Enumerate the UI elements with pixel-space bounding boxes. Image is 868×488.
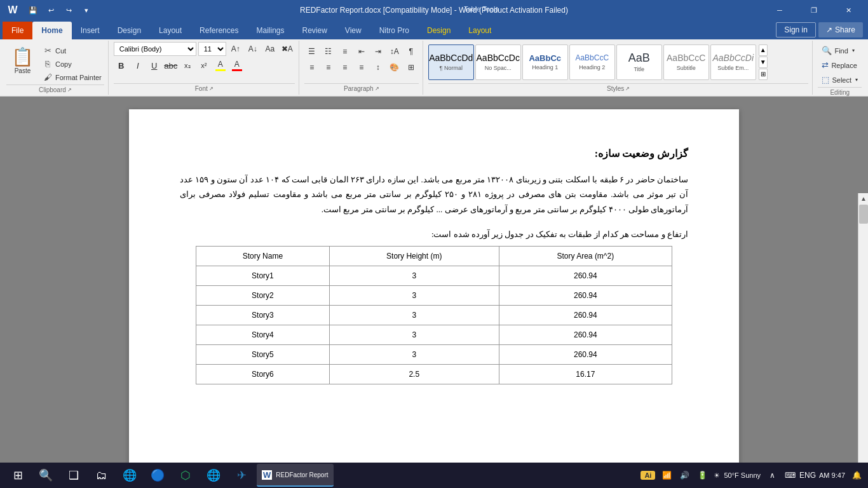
change-case-btn[interactable]: Aa [262, 42, 278, 56]
tab-references[interactable]: References [191, 22, 247, 39]
tab-design2[interactable]: Design [418, 22, 459, 39]
bold-button[interactable]: B [114, 58, 129, 73]
tab-home[interactable]: Home [32, 22, 71, 39]
font-name-select[interactable]: Calibri (Body) [114, 42, 196, 56]
decrease-font-btn[interactable]: A↓ [245, 42, 261, 56]
share-button[interactable]: ↗ Share [818, 22, 863, 37]
italic-button[interactable]: I [130, 58, 146, 73]
table-cell-5-2: 16.17 [499, 365, 672, 384]
close-btn[interactable]: ✕ [834, 0, 863, 20]
restore-btn[interactable]: ❐ [799, 0, 829, 20]
style-no-spacing[interactable]: AaBbCcDc No Spac... [475, 44, 521, 80]
share-icon: ↗ [826, 25, 832, 34]
font-color-btn[interactable]: A [229, 58, 245, 73]
chrome-btn[interactable]: 🌐 [201, 464, 226, 487]
file-explorer-btn[interactable]: 🗂 [89, 464, 114, 487]
show-paragraph-btn[interactable]: ¶ [403, 44, 419, 58]
style-heading1[interactable]: AaBbCc Heading 1 [522, 44, 568, 80]
document-paragraph[interactable]: ساختمان حاضر در ۶ طبقه با اسکلت بتنی و ز… [180, 172, 688, 217]
sound-icon[interactable]: 🔊 [678, 469, 691, 482]
tab-insert[interactable]: Insert [72, 22, 109, 39]
format-painter-button[interactable]: 🖌 Format Painter [40, 71, 104, 83]
tab-design[interactable]: Design [109, 22, 150, 39]
styles-expand[interactable]: ⊞ [759, 69, 768, 80]
style-normal[interactable]: AaBbCcDd ¶ Normal [428, 44, 474, 80]
increase-indent-btn[interactable]: ⇥ [370, 44, 386, 58]
customize-btn[interactable]: ▾ [79, 3, 94, 18]
increase-font-btn[interactable]: A↑ [228, 42, 243, 56]
undo-btn[interactable]: ↩ [43, 3, 58, 18]
line-spacing-btn[interactable]: ↕ [370, 60, 386, 74]
notification-icon[interactable]: 🔔 [850, 469, 863, 482]
styles-scroll-down[interactable]: ▼ [759, 57, 768, 68]
word-taskbar-btn[interactable]: W REDFactor Report [257, 464, 334, 487]
bullets-btn[interactable]: ☰ [304, 44, 320, 58]
task-view-btn[interactable]: ❑ [61, 464, 86, 487]
system-clock[interactable]: AM 9:47 [819, 471, 845, 480]
style-subtitle[interactable]: AaBbCcC Subtitle [663, 44, 709, 80]
clipboard-expand-icon[interactable]: ↗ [67, 87, 72, 93]
table-cell-3-0: Story4 [196, 325, 330, 345]
find-button[interactable]: 🔍 Find ▾ [818, 44, 862, 57]
edge-btn[interactable]: 🌐 [117, 464, 142, 487]
styles-scroll-up[interactable]: ▲ [759, 44, 768, 56]
tab-layout[interactable]: Layout [150, 22, 191, 39]
chevron-up-icon[interactable]: ∧ [766, 469, 778, 482]
style-heading2[interactable]: AaBbCcC Heading 2 [569, 44, 615, 80]
borders-btn[interactable]: ⊞ [403, 60, 419, 74]
save-btn[interactable]: 💾 [25, 3, 41, 18]
replace-button[interactable]: ⇄ Replace [818, 59, 862, 71]
telegram-btn[interactable]: ✈ [229, 464, 254, 487]
tab-review[interactable]: Review [293, 22, 336, 39]
document-area[interactable]: گزارش وضعیت سازه: ساختمان حاضر در ۶ طبقه… [0, 97, 868, 469]
align-center-btn[interactable]: ≡ [321, 60, 336, 74]
align-left-btn[interactable]: ≡ [304, 60, 320, 74]
select-button[interactable]: ⬚ Select ▾ [818, 74, 862, 86]
font-expand-icon[interactable]: ↗ [209, 86, 214, 92]
clear-format-btn[interactable]: ✖A [280, 42, 295, 56]
decrease-indent-btn[interactable]: ⇤ [354, 44, 369, 58]
superscript-button[interactable]: x² [196, 58, 212, 73]
shading-btn[interactable]: 🎨 [387, 60, 402, 74]
cut-button[interactable]: ✂ Cut [40, 44, 104, 57]
paste-button[interactable]: 📋 Paste [6, 42, 39, 80]
paragraph-expand-icon[interactable]: ↗ [375, 86, 379, 92]
underline-button[interactable]: U [147, 58, 162, 73]
signin-button[interactable]: Sign in [776, 22, 816, 37]
tab-nitro[interactable]: Nitro Pro [370, 22, 418, 39]
tab-layout2[interactable]: Layout [459, 22, 500, 39]
vertical-scrollbar[interactable]: ▲ ▼ [858, 193, 868, 488]
tab-file[interactable]: File [3, 22, 32, 39]
search-btn[interactable]: 🔍 [33, 464, 58, 487]
battery-icon[interactable]: 🔋 [696, 469, 709, 482]
start-btn[interactable]: ⊞ [5, 464, 31, 487]
network-icon[interactable]: 📶 [660, 469, 673, 482]
word-icon[interactable]: W [5, 3, 20, 18]
lang-icon[interactable]: ENG [801, 469, 814, 482]
tab-view[interactable]: View [336, 22, 370, 39]
multilevel-list-btn[interactable]: ≡ [337, 44, 353, 58]
vs-btn[interactable]: 🔵 [145, 464, 170, 487]
minimize-btn[interactable]: ─ [765, 0, 794, 20]
sort-btn[interactable]: ↕A [387, 44, 402, 58]
redo-btn[interactable]: ↪ [61, 3, 76, 18]
styles-expand-icon[interactable]: ↗ [625, 86, 630, 92]
font-size-select[interactable]: 11 [198, 42, 226, 56]
keyboard-icon[interactable]: ⌨ [783, 469, 796, 482]
text-highlight-color[interactable]: A [213, 58, 228, 73]
ai-badge[interactable]: Ai [641, 471, 655, 480]
table-header-row: Story Name Story Height (m) Story Area (… [196, 247, 672, 266]
scroll-up-btn[interactable]: ▲ [858, 193, 868, 203]
vscode-btn[interactable]: ⬡ [173, 464, 198, 487]
scroll-thumb[interactable] [859, 205, 868, 224]
subscript-button[interactable]: x₂ [180, 58, 195, 73]
strikethrough-button[interactable]: abc [163, 58, 179, 73]
style-title[interactable]: AaB Title [616, 44, 662, 80]
numbering-btn[interactable]: ☷ [321, 44, 336, 58]
style-subtle-em[interactable]: AaBbCcDi Subtle Em... [710, 44, 756, 80]
select-caret: ▾ [855, 77, 858, 83]
tab-mailings[interactable]: Mailings [247, 22, 293, 39]
align-right-btn[interactable]: ≡ [337, 60, 353, 74]
justify-btn[interactable]: ≡ [354, 60, 369, 74]
copy-button[interactable]: ⎘ Copy [40, 58, 104, 70]
